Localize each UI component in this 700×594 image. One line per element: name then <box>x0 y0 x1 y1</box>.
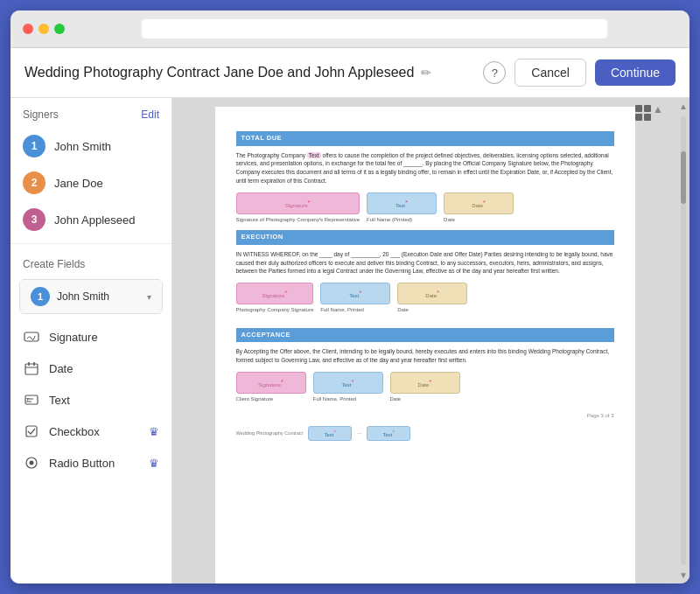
premium-icon-radio: ♛ <box>149 457 159 470</box>
text-icon: T <box>23 391 40 409</box>
grid-view-button[interactable] <box>635 105 651 121</box>
checkbox-icon <box>23 423 40 440</box>
field-item-signature[interactable]: Signature <box>10 321 172 353</box>
text-box-1[interactable]: Text* <box>367 192 437 214</box>
date-box-1[interactable]: Date* <box>444 192 514 214</box>
svg-rect-0 <box>24 332 38 341</box>
page-number: Page 3 of 3 <box>236 412 614 419</box>
footer-separator: ··· <box>357 430 361 437</box>
sig-fields-acceptance: Signature* Client Signature Text* Full N… <box>236 372 614 403</box>
scrollbar: ▲ ▼ <box>677 98 690 584</box>
scroll-up-btn[interactable]: ▲ <box>679 101 688 111</box>
sig-field-text-2: Text* Full Name, Printed <box>320 283 390 314</box>
close-button[interactable] <box>23 24 33 34</box>
sig-label-text-1: Full Name (Printed) <box>367 216 437 223</box>
scroll-track[interactable] <box>681 116 686 565</box>
svg-point-11 <box>30 461 34 465</box>
titlebar <box>10 10 690 48</box>
signer-name-1: John Smith <box>54 140 111 153</box>
sig-fields-total-due: Signature* Signature of Photography Comp… <box>236 192 614 224</box>
signature-box-3[interactable]: Signature* <box>236 372 306 394</box>
edit-signers-button[interactable]: Edit <box>141 108 159 121</box>
document-area[interactable]: ▲ TOTAL DUE The Photography Company Text… <box>172 98 677 584</box>
selected-signer-name: John Smith <box>57 290 109 303</box>
svg-text:T: T <box>25 397 30 403</box>
grid-icon <box>635 105 651 121</box>
url-bar[interactable] <box>142 19 607 38</box>
field-selector-header[interactable]: 1 John Smith ▾ <box>20 280 162 313</box>
signature-box-2[interactable]: Signature* <box>236 283 314 304</box>
minimize-button[interactable] <box>38 24 49 34</box>
signer-avatar-1: 1 <box>23 135 46 157</box>
text-box-2[interactable]: Text* <box>320 283 390 304</box>
section-body-acceptance: By Accepting the Offer above, the Client… <box>236 347 614 365</box>
field-label-checkbox: Checkbox <box>49 425 100 438</box>
document-page: TOTAL DUE The Photography Company Text o… <box>215 107 635 584</box>
field-selector-left: 1 John Smith <box>31 287 109 306</box>
section-body-execution: IN WITNESS WHEREOF, on the ____ day of _… <box>236 250 614 276</box>
page-title: Wedding Photography Contract Jane Doe an… <box>24 65 414 80</box>
signers-label: Signers <box>23 108 59 121</box>
field-label-radio: Radio Button <box>49 457 115 470</box>
section-header-acceptance: ACCEPTANCE <box>236 328 614 343</box>
scroll-down-btn[interactable]: ▼ <box>679 570 688 580</box>
date-icon <box>23 360 40 377</box>
signer-name-3: John Appleseed <box>54 213 136 227</box>
sig-label-date-2: Date <box>397 306 467 313</box>
help-button[interactable]: ? <box>483 61 506 84</box>
field-label-date: Date <box>49 362 73 375</box>
sig-field-signature-1: Signature* Signature of Photography Comp… <box>236 192 360 224</box>
sig-label-text-3: Full Name, Printed <box>313 395 383 402</box>
signers-section-header: Signers Edit <box>10 98 172 128</box>
field-label-signature: Signature <box>49 331 98 344</box>
sig-label-2: Photography Company Signature <box>236 306 314 313</box>
cancel-button[interactable]: Cancel <box>514 59 586 87</box>
signer-item-3[interactable]: 3 John Appleseed <box>10 201 172 238</box>
signer-avatar-3: 3 <box>23 208 46 231</box>
svg-rect-1 <box>25 364 38 374</box>
sig-label-3: Client Signature <box>236 395 306 402</box>
sidebar-divider <box>10 243 172 244</box>
field-items-list: Signature Date <box>10 318 172 482</box>
field-item-checkbox-left: Checkbox <box>23 423 100 440</box>
field-item-checkbox[interactable]: Checkbox ♛ <box>10 416 172 447</box>
date-box-3[interactable]: Date* <box>390 372 460 394</box>
continue-button[interactable]: Continue <box>595 59 676 86</box>
header-right: ? Cancel Continue <box>483 59 676 87</box>
sig-field-signature-3: Signature* Client Signature <box>236 372 306 403</box>
scroll-thumb[interactable] <box>681 151 686 204</box>
section-header-execution: EXECUTION <box>236 230 614 245</box>
section-body-total-due: The Photography Company Text offers to c… <box>236 151 614 185</box>
sig-label-1: Signature of Photography Company's Repre… <box>236 216 360 223</box>
field-item-date[interactable]: Date <box>10 353 172 384</box>
sidebar: Signers Edit 1 John Smith 2 Jane Doe 3 J… <box>10 98 172 584</box>
footer-text-2[interactable]: Text* <box>367 426 410 441</box>
edit-title-icon[interactable]: ✏ <box>421 66 431 80</box>
sig-field-signature-2: Signature* Photography Company Signature <box>236 283 314 314</box>
svg-rect-9 <box>26 426 37 437</box>
field-item-text[interactable]: T Text <box>10 384 172 416</box>
create-fields-header: Create Fields <box>10 249 172 276</box>
scroll-up-arrow[interactable]: ▲ <box>653 103 663 115</box>
field-selector: 1 John Smith ▾ <box>19 279 163 314</box>
header-left: Wedding Photography Contract Jane Doe an… <box>24 65 431 80</box>
app-header: Wedding Photography Contract Jane Doe an… <box>10 48 690 98</box>
field-item-text-left: T Text <box>23 391 70 409</box>
traffic-lights <box>23 24 65 34</box>
text-box-3[interactable]: Text* <box>313 372 383 394</box>
maximize-button[interactable] <box>54 24 65 34</box>
signer-item-1[interactable]: 1 John Smith <box>10 128 172 164</box>
footer-text-1[interactable]: Text* <box>308 426 352 441</box>
section-header-total-due: TOTAL DUE <box>236 131 614 146</box>
footer-row: Wedding Photography Contract Text* ··· T… <box>236 426 614 441</box>
sig-label-date-3: Date <box>390 395 460 402</box>
signer-item-2[interactable]: 2 Jane Doe <box>10 164 172 201</box>
field-item-radio[interactable]: Radio Button ♛ <box>10 447 172 479</box>
date-box-2[interactable]: Date* <box>397 283 467 304</box>
signature-icon <box>23 328 40 346</box>
field-item-date-left: Date <box>23 360 73 377</box>
radio-icon <box>23 454 40 472</box>
signature-box-1[interactable]: Signature* <box>236 192 360 214</box>
sig-field-date-3: Date* Date <box>390 372 460 403</box>
main-content: Signers Edit 1 John Smith 2 Jane Doe 3 J… <box>10 98 690 584</box>
